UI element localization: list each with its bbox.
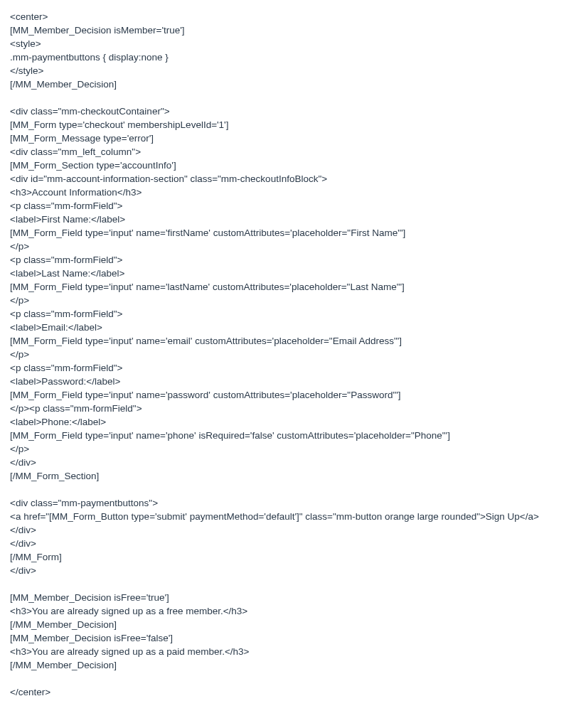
code-line: <h3>You are already signed up as a free … xyxy=(10,604,566,618)
code-line: </div> xyxy=(10,523,566,537)
code-line: </p> xyxy=(10,442,566,456)
code-line: [/MM_Form_Section] xyxy=(10,469,566,483)
code-line: [MM_Member_Decision isFree='true'] xyxy=(10,591,566,604)
code-line: <p class="mm-formField"> xyxy=(10,199,566,213)
code-line: </p> xyxy=(10,348,566,361)
code-line: </div> xyxy=(10,456,566,469)
code-line: [MM_Form_Field type='input' name='lastNa… xyxy=(10,280,566,294)
code-line: </style> xyxy=(10,64,566,77)
code-line: <style> xyxy=(10,37,566,50)
code-line: <label>Phone:</label> xyxy=(10,415,566,429)
code-line: <h3>You are already signed up as a paid … xyxy=(10,645,566,658)
code-line xyxy=(10,483,566,496)
code-line: <h3>Account Information</h3> xyxy=(10,186,566,199)
code-line: [/MM_Member_Decision] xyxy=(10,658,566,672)
code-line: <div class="mm-checkoutContainer"> xyxy=(10,105,566,118)
code-line: [MM_Form_Field type='input' name='firstN… xyxy=(10,226,566,240)
code-line xyxy=(10,672,566,685)
code-line: [MM_Form_Field type='input' name='email'… xyxy=(10,334,566,348)
code-line: [MM_Form_Field type='input' name='phone'… xyxy=(10,429,566,442)
code-line: <center> xyxy=(10,10,566,23)
code-line: <label>Last Name:</label> xyxy=(10,267,566,280)
code-line: <p class="mm-formField"> xyxy=(10,253,566,267)
code-line: [MM_Form_Message type='error'] xyxy=(10,132,566,145)
code-line: <div id="mm-account-information-section"… xyxy=(10,172,566,186)
code-line: </p><p class="mm-formField"> xyxy=(10,402,566,415)
code-line: [MM_Form_Section type='accountInfo'] xyxy=(10,159,566,172)
code-snippet: <center>[MM_Member_Decision isMember='tr… xyxy=(10,10,566,699)
code-line: [MM_Form_Field type='input' name='passwo… xyxy=(10,388,566,402)
code-line: [/MM_Form] xyxy=(10,550,566,564)
code-line: [/MM_Member_Decision] xyxy=(10,77,566,91)
code-line xyxy=(10,577,566,591)
code-line: <p class="mm-formField"> xyxy=(10,361,566,375)
code-line: </div> xyxy=(10,564,566,577)
code-line: </center> xyxy=(10,685,566,699)
code-line: [MM_Member_Decision isMember='true'] xyxy=(10,23,566,37)
code-line: <div class="mm-paymentbuttons"> xyxy=(10,496,566,510)
code-line: .mm-paymentbuttons { display:none } xyxy=(10,50,566,64)
code-line: <div class="mm_left_column"> xyxy=(10,145,566,159)
code-line: </div> xyxy=(10,537,566,550)
code-line: <a href="[MM_Form_Button type='submit' p… xyxy=(10,510,566,523)
code-line: <label>Password:</label> xyxy=(10,375,566,388)
code-line: <label>First Name:</label> xyxy=(10,213,566,226)
code-line: <p class="mm-formField"> xyxy=(10,307,566,321)
code-line xyxy=(10,91,566,105)
code-line: [MM_Form type='checkout' membershipLevel… xyxy=(10,118,566,132)
code-line: </p> xyxy=(10,240,566,253)
code-line: [MM_Member_Decision isFree='false'] xyxy=(10,631,566,645)
code-line: <label>Email:</label> xyxy=(10,321,566,334)
code-line: </p> xyxy=(10,294,566,307)
code-line: [/MM_Member_Decision] xyxy=(10,618,566,631)
